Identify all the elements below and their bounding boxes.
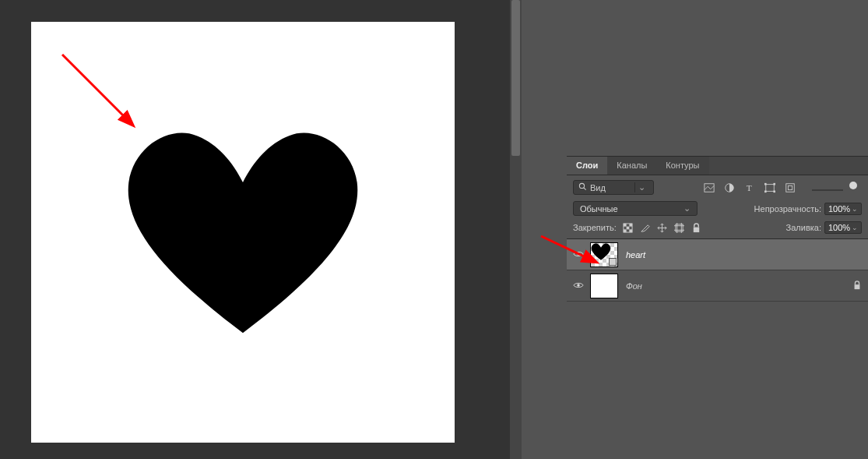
tab-layers[interactable]: Слои — [567, 157, 607, 175]
document-canvas[interactable] — [31, 22, 455, 443]
svg-rect-7 — [764, 182, 767, 185]
canvas-area — [0, 0, 522, 459]
blend-opacity-row: Обычные ⌄ Непрозрачность: 100% ⌄ — [567, 198, 868, 219]
panel-tabs: Слои Каналы Контуры — [567, 156, 868, 175]
blend-mode-value: Обычные — [580, 204, 618, 214]
chevron-down-icon: ⌄ — [852, 205, 858, 213]
svg-line-2 — [584, 188, 586, 190]
filter-shape-icon[interactable] — [764, 182, 776, 194]
upper-right-empty — [567, 0, 868, 156]
layers-panel: Слои Каналы Контуры Вид ⌄ T — [567, 156, 868, 459]
heart-shape — [111, 120, 375, 354]
lock-brush-icon[interactable] — [640, 222, 651, 233]
tab-paths[interactable]: Контуры — [656, 157, 708, 175]
smartobject-badge-icon — [609, 258, 617, 266]
filter-smartobject-icon[interactable] — [784, 182, 796, 194]
svg-rect-14 — [624, 223, 627, 226]
lock-all-icon[interactable] — [691, 222, 702, 233]
fill-label: Заливка: — [786, 223, 821, 232]
svg-rect-6 — [766, 184, 775, 191]
filter-image-icon[interactable] — [703, 182, 715, 194]
layer-visibility-toggle[interactable] — [567, 281, 590, 291]
lock-move-icon[interactable] — [657, 222, 668, 233]
search-icon — [578, 182, 587, 192]
panel-gutter — [522, 0, 567, 459]
lock-transparency-icon[interactable] — [623, 222, 634, 233]
layers-empty-area[interactable] — [567, 302, 868, 459]
chevron-down-icon: ⌄ — [852, 224, 858, 231]
opacity-label: Непрозрачность: — [754, 204, 821, 214]
layer-filter-row: Вид ⌄ T — [567, 175, 868, 198]
layer-thumbnail[interactable] — [590, 274, 618, 298]
opacity-input[interactable]: 100% ⌄ — [824, 203, 862, 215]
layer-filter-select[interactable]: Вид ⌄ — [573, 180, 654, 195]
tab-channels[interactable]: Каналы — [607, 157, 656, 175]
filter-text-icon[interactable]: T — [743, 182, 756, 194]
chevron-down-icon: ⌄ — [684, 203, 691, 214]
layer-name[interactable]: Фон — [626, 281, 852, 291]
opacity-value: 100% — [828, 204, 850, 214]
svg-text:T: T — [747, 183, 752, 192]
layers-list: heart Фон — [567, 239, 868, 302]
fill-input[interactable]: 100% ⌄ — [824, 221, 862, 234]
layer-thumbnail[interactable] — [590, 242, 618, 267]
filter-adjust-icon[interactable] — [723, 182, 736, 194]
scrollbar-thumb[interactable] — [511, 0, 520, 156]
svg-rect-18 — [630, 229, 633, 232]
svg-rect-29 — [855, 284, 860, 289]
svg-rect-8 — [773, 182, 775, 185]
svg-rect-9 — [764, 190, 767, 192]
svg-rect-10 — [773, 190, 775, 192]
svg-point-27 — [577, 252, 580, 256]
svg-point-28 — [577, 284, 580, 287]
svg-rect-15 — [630, 223, 633, 226]
layer-row-background[interactable]: Фон — [567, 270, 868, 302]
canvas-scrollbar[interactable] — [510, 0, 522, 459]
lock-label: Закрепить: — [573, 223, 617, 232]
layer-name[interactable]: heart — [626, 250, 862, 260]
lock-fill-row: Закрепить: Заливка: 100% ⌄ — [567, 219, 868, 239]
layer-visibility-toggle[interactable] — [567, 250, 590, 260]
filter-toggle[interactable] — [849, 182, 857, 189]
layer-filter-label: Вид — [590, 183, 606, 192]
layer-filter-icons: T — [703, 182, 862, 194]
lock-artboard-icon[interactable] — [674, 222, 685, 233]
svg-rect-16 — [627, 226, 630, 229]
chevron-down-icon: ⌄ — [634, 182, 648, 192]
lock-icon — [852, 281, 862, 291]
svg-point-1 — [579, 183, 584, 188]
svg-rect-12 — [788, 185, 792, 189]
filter-toggle-track — [812, 189, 843, 191]
fill-value: 100% — [828, 223, 850, 232]
layer-row-heart[interactable]: heart — [567, 239, 868, 270]
svg-rect-11 — [786, 183, 795, 192]
blend-mode-select[interactable]: Обычные ⌄ — [573, 201, 698, 216]
svg-rect-17 — [624, 229, 627, 232]
svg-rect-26 — [694, 227, 699, 232]
